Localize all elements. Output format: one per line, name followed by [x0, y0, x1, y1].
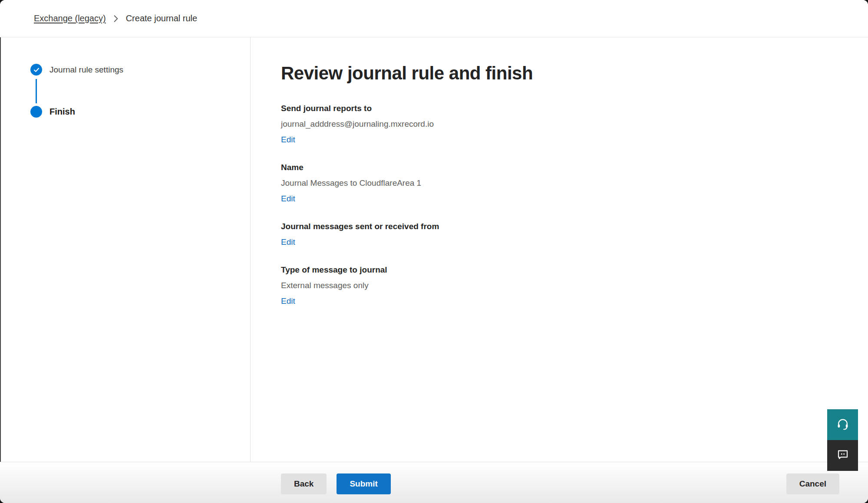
section-label: Type of message to journal — [281, 264, 842, 276]
step-completed-check-icon — [30, 64, 42, 76]
feedback-chat-icon — [836, 448, 850, 463]
step-connector-line — [36, 79, 37, 103]
message-type-value: External messages only — [281, 280, 842, 291]
help-button[interactable] — [827, 409, 858, 440]
step-label: Finish — [50, 107, 75, 117]
submit-button[interactable]: Submit — [337, 473, 390, 494]
review-pane: Review journal rule and finish Send jour… — [251, 37, 868, 462]
section-label: Name — [281, 162, 842, 173]
chevron-right-icon — [113, 15, 119, 23]
section-label: Journal messages sent or received from — [281, 221, 842, 232]
step-label: Journal rule settings — [50, 65, 123, 75]
edit-name-link[interactable]: Edit — [281, 193, 295, 204]
step-finish[interactable]: Finish — [30, 106, 250, 118]
section-name: Name Journal Messages to CloudflareArea … — [281, 162, 842, 204]
main-area: Journal rule settings Finish Review jour… — [0, 37, 868, 462]
cancel-button[interactable]: Cancel — [786, 473, 839, 494]
wizard-stepper: Journal rule settings Finish — [0, 37, 251, 462]
floating-helper-buttons — [827, 409, 858, 471]
window-left-edge — [0, 37, 1, 462]
rule-name-value: Journal Messages to CloudflareArea 1 — [281, 178, 842, 189]
breadcrumb-create-journal-rule: Create journal rule — [126, 13, 198, 23]
step-current-dot-icon — [30, 106, 42, 118]
journal-report-address-value: journal_adddress@journaling.mxrecord.io — [281, 118, 842, 130]
breadcrumb-bar: Exchange (legacy) Create journal rule — [0, 0, 868, 37]
footer-command-bar: Back Submit Cancel — [0, 462, 868, 503]
page-title: Review journal rule and finish — [281, 63, 842, 84]
feedback-button[interactable] — [827, 440, 858, 471]
section-send-journal-reports-to: Send journal reports to journal_adddress… — [281, 103, 842, 145]
section-journal-messages-scope: Journal messages sent or received from E… — [281, 221, 842, 248]
back-button[interactable]: Back — [281, 473, 327, 494]
breadcrumb: Exchange (legacy) Create journal rule — [34, 13, 197, 23]
headset-icon — [836, 417, 850, 432]
edit-send-journal-reports-link[interactable]: Edit — [281, 134, 295, 145]
step-journal-rule-settings[interactable]: Journal rule settings — [30, 64, 250, 76]
exchange-admin-window: Exchange (legacy) Create journal rule Jo… — [0, 0, 868, 503]
section-message-type: Type of message to journal External mess… — [281, 264, 842, 307]
breadcrumb-exchange-legacy[interactable]: Exchange (legacy) — [34, 13, 106, 23]
section-label: Send journal reports to — [281, 103, 842, 114]
edit-message-type-link[interactable]: Edit — [281, 296, 295, 307]
edit-journal-scope-link[interactable]: Edit — [281, 237, 295, 248]
